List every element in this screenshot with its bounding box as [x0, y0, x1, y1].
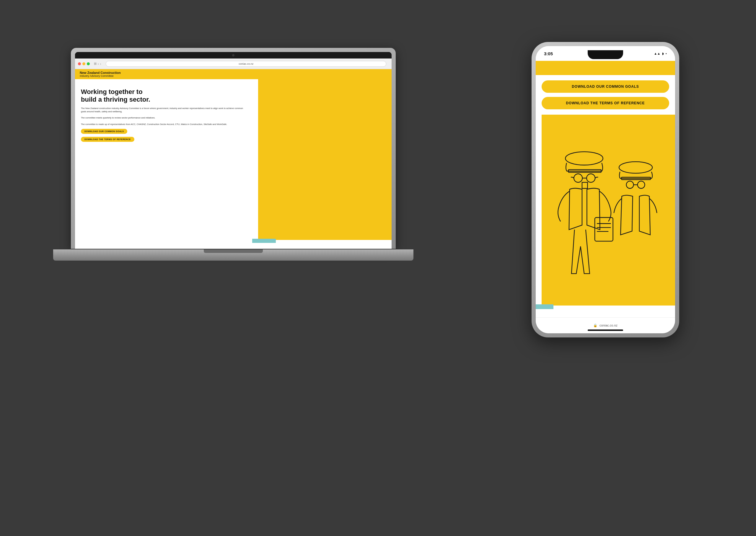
- maximize-button-icon[interactable]: [87, 62, 90, 65]
- svg-point-22: [626, 181, 634, 188]
- browser-icon-grid: ⊞: [94, 62, 97, 66]
- phone-inner: 3:05 ▲▲ ◗ ▪ DOWNLOAD OUR COMMON GOALS DO…: [536, 46, 675, 333]
- site-body-text-2: The committee meets quarterly to review …: [81, 116, 243, 119]
- site-right-panel: [249, 79, 392, 249]
- svg-rect-16: [595, 218, 613, 241]
- site-body-text-3: The committee is made up of representati…: [81, 123, 243, 126]
- signal-icon: ▲▲: [654, 52, 660, 55]
- laptop-screen: ⊞ ‹ › coniac.co.nz New Zealand Construct…: [75, 58, 392, 249]
- svg-point-20: [619, 162, 652, 173]
- phone-status-bar: 3:05 ▲▲ ◗ ▪: [536, 46, 675, 61]
- phone-header-bar: [536, 61, 675, 75]
- svg-point-10: [566, 151, 603, 165]
- phone-device: 3:05 ▲▲ ◗ ▪ DOWNLOAD OUR COMMON GOALS DO…: [532, 42, 679, 337]
- phone-download-terms-button[interactable]: DOWNLOAD THE TERMS OF REFERENCE: [542, 97, 669, 109]
- phone-footer-url: 🔒 coniac.co.nz: [593, 323, 617, 327]
- lock-icon: 🔒: [593, 323, 597, 327]
- laptop-base: [53, 250, 413, 261]
- address-text: coniac.co.nz: [238, 62, 253, 65]
- browser-back-icon[interactable]: ‹: [98, 62, 99, 66]
- site-header-sub: Industry Advisory Committee: [80, 75, 387, 78]
- phone-home-indicator[interactable]: [588, 329, 623, 331]
- scene: ⊞ ‹ › coniac.co.nz New Zealand Construct…: [53, 24, 703, 512]
- phone-notch: [588, 50, 623, 59]
- laptop-camera-row: [75, 52, 392, 58]
- site-header-title: New Zealand Construction: [80, 71, 387, 75]
- site-left-panel: Working together tobuild a thriving sect…: [75, 79, 249, 249]
- laptop-download-common-goals-button[interactable]: DOWNLOAD OUR COMMON GOALS: [81, 129, 127, 134]
- battery-icon: ▪: [666, 52, 667, 55]
- svg-point-23: [638, 181, 645, 188]
- browser-nav-controls: ⊞ ‹ ›: [94, 62, 101, 66]
- address-bar[interactable]: coniac.co.nz: [106, 61, 386, 67]
- yellow-background-block: [258, 79, 392, 240]
- close-button-icon[interactable]: [78, 62, 81, 65]
- svg-point-13: [586, 174, 595, 182]
- svg-rect-15: [582, 182, 587, 188]
- phone-image-area: [536, 115, 675, 318]
- laptop-bezel: ⊞ ‹ › coniac.co.nz New Zealand Construct…: [75, 52, 392, 249]
- site-content: Working together tobuild a thriving sect…: [75, 79, 392, 249]
- phone-url-text: coniac.co.nz: [599, 323, 617, 327]
- phone-download-common-goals-button[interactable]: DOWNLOAD OUR COMMON GOALS: [542, 81, 669, 93]
- phone-footer: 🔒 coniac.co.nz: [536, 318, 675, 333]
- traffic-lights: [78, 62, 90, 65]
- blue-accent-strip: [252, 239, 276, 243]
- phone-outer: 3:05 ▲▲ ◗ ▪ DOWNLOAD OUR COMMON GOALS DO…: [532, 42, 679, 337]
- wifi-icon: ◗: [662, 52, 664, 55]
- minimize-button-icon[interactable]: [82, 62, 85, 65]
- phone-time: 3:05: [544, 51, 553, 56]
- site-hero-title: Working together tobuild a thriving sect…: [81, 88, 243, 104]
- laptop-download-terms-button[interactable]: DOWNLOAD THE TERMS OF REFERENCE: [81, 137, 134, 142]
- laptop-outer: ⊞ ‹ › coniac.co.nz New Zealand Construct…: [71, 48, 396, 249]
- phone-worker-illustration: [536, 115, 675, 318]
- laptop-device: ⊞ ‹ › coniac.co.nz New Zealand Construct…: [71, 48, 410, 261]
- site-header: New Zealand Construction Industry Adviso…: [75, 69, 392, 79]
- browser-forward-icon[interactable]: ›: [100, 62, 101, 66]
- laptop-camera: [232, 54, 235, 56]
- site-body-text-1: The New Zealand construction industry Ad…: [81, 107, 243, 114]
- svg-point-12: [574, 174, 583, 182]
- browser-chrome: ⊞ ‹ › coniac.co.nz: [75, 58, 392, 69]
- phone-buttons-area: DOWNLOAD OUR COMMON GOALS DOWNLOAD THE T…: [536, 75, 675, 115]
- phone-status-icons: ▲▲ ◗ ▪: [654, 52, 667, 55]
